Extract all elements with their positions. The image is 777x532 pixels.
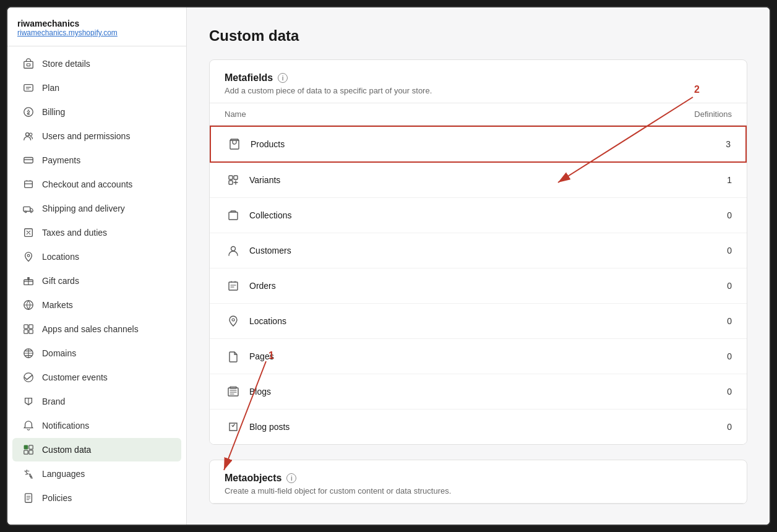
svg-point-3 — [24, 108, 33, 116]
blogs-label: Blogs — [249, 387, 658, 397]
sidebar-item-brand-label: Brand — [42, 397, 171, 406]
shipping-icon — [22, 202, 35, 215]
metafield-row-orders[interactable]: Orders 0 — [210, 268, 747, 304]
sidebar-item-taxes[interactable]: Taxes and duties — [12, 221, 181, 244]
metafield-row-customers[interactable]: Customers 0 — [210, 233, 747, 268]
sidebar-item-checkout-label: Checkout and accounts — [42, 179, 171, 189]
markets-icon — [22, 299, 35, 311]
sidebar-item-payments[interactable]: Payments — [12, 148, 181, 172]
sidebar-item-plan[interactable]: Plan — [12, 76, 181, 100]
svg-rect-0 — [24, 61, 33, 68]
sidebar-item-payments-label: Payments — [42, 155, 171, 165]
sidebar-item-markets[interactable]: Markets — [12, 293, 181, 317]
locations-meta-label: Locations — [249, 316, 658, 326]
svg-rect-6 — [24, 158, 33, 163]
sidebar-item-gift-cards[interactable]: Gift cards — [12, 269, 181, 293]
sidebar-item-plan-label: Plan — [42, 83, 171, 93]
svg-point-20 — [24, 373, 33, 382]
svg-rect-18 — [29, 330, 33, 333]
sidebar-item-notifications[interactable]: Notifications — [12, 414, 181, 437]
svg-rect-26 — [229, 176, 233, 179]
sidebar-item-locations[interactable]: Locations — [12, 245, 181, 268]
sidebar-item-custom-data-label: Custom data — [42, 445, 171, 455]
metafield-row-collections[interactable]: Collections 0 — [210, 198, 747, 233]
sidebar-item-policies-label: Policies — [42, 493, 171, 503]
blogs-count: 0 — [658, 387, 732, 397]
variants-count: 1 — [658, 175, 732, 185]
sidebar-item-customer-events-label: Customer events — [42, 372, 171, 382]
collections-count: 0 — [658, 210, 732, 220]
metafields-description: Add a custom piece of data to a specific… — [225, 86, 732, 95]
checkout-icon — [22, 178, 35, 191]
svg-rect-2 — [24, 85, 33, 92]
sidebar-item-shipping[interactable]: Shipping and delivery — [12, 197, 181, 220]
svg-point-29 — [231, 247, 236, 251]
sidebar-item-languages[interactable]: Languages — [12, 462, 181, 486]
sidebar-item-billing[interactable]: Billing — [12, 100, 181, 124]
metafield-row-blog-posts[interactable]: Blog posts 0 — [210, 410, 747, 444]
sidebar-item-users[interactable]: Users and permissions — [12, 124, 181, 148]
store-url[interactable]: riwamechanics.myshopify.com — [17, 28, 176, 37]
svg-rect-30 — [229, 282, 238, 290]
users-icon — [22, 130, 35, 142]
sidebar-item-users-label: Users and permissions — [42, 131, 171, 141]
app-window: riwamechanics riwamechanics.myshopify.co… — [6, 6, 771, 526]
customers-count: 0 — [658, 246, 732, 255]
svg-point-9 — [25, 211, 27, 213]
svg-rect-17 — [24, 330, 28, 333]
gift-icon — [22, 275, 35, 287]
orders-count: 0 — [658, 281, 732, 291]
collections-icon — [225, 207, 242, 224]
metaobjects-title: Metaobjects i — [225, 473, 732, 484]
payments-icon — [22, 154, 35, 166]
sidebar-item-taxes-label: Taxes and duties — [42, 228, 171, 238]
metafield-row-products[interactable]: Products 3 — [210, 126, 747, 163]
orders-label: Orders — [249, 281, 658, 291]
metafield-row-variants[interactable]: Variants 1 — [210, 163, 747, 198]
blog-posts-icon — [225, 418, 242, 435]
variants-label: Variants — [249, 175, 658, 185]
sidebar-item-brand[interactable]: Brand — [12, 390, 181, 413]
svg-point-31 — [232, 319, 234, 321]
svg-rect-8 — [24, 207, 30, 211]
metafield-row-locations[interactable]: Locations 0 — [210, 304, 747, 339]
sidebar-item-custom-data[interactable]: Custom data — [12, 438, 181, 461]
sidebar-item-apps-label: Apps and sales channels — [42, 324, 171, 334]
metafield-row-pages[interactable]: Pages 0 — [210, 339, 747, 374]
svg-rect-23 — [24, 450, 28, 454]
sidebar-item-store-details[interactable]: Store details — [12, 52, 181, 75]
svg-rect-16 — [29, 325, 33, 328]
pages-label: Pages — [249, 351, 658, 361]
metaobjects-description: Create a multi-field object for custom c… — [225, 486, 732, 496]
brand-icon — [22, 395, 35, 408]
svg-point-10 — [30, 211, 32, 213]
sidebar-item-domains[interactable]: Domains — [12, 341, 181, 365]
svg-rect-24 — [29, 450, 33, 454]
metafields-card: Metafields i Add a custom piece of data … — [209, 59, 747, 445]
policies-icon — [22, 492, 35, 504]
metaobjects-info-icon[interactable]: i — [286, 473, 296, 483]
sidebar-item-apps[interactable]: Apps and sales channels — [12, 317, 181, 341]
sidebar-item-policies[interactable]: Policies — [12, 486, 181, 510]
svg-rect-22 — [29, 445, 33, 449]
metafields-info-icon[interactable]: i — [278, 73, 288, 83]
store-icon — [22, 58, 35, 70]
metafield-row-blogs[interactable]: Blogs 0 — [210, 374, 747, 410]
plan-icon — [22, 82, 35, 94]
svg-point-5 — [29, 133, 32, 136]
sidebar-item-notifications-label: Notifications — [42, 421, 171, 431]
customers-icon — [225, 242, 242, 259]
sidebar-item-customer-events[interactable]: Customer events — [12, 366, 181, 389]
sidebar-item-checkout[interactable]: Checkout and accounts — [12, 173, 181, 196]
pages-count: 0 — [658, 351, 732, 361]
metafields-header: Metafields i Add a custom piece of data … — [210, 60, 747, 103]
orders-icon — [225, 277, 242, 294]
sidebar-item-store-details-label: Store details — [42, 59, 171, 69]
taxes-icon — [22, 226, 35, 239]
svg-point-12 — [27, 254, 30, 257]
sidebar-item-languages-label: Languages — [42, 469, 171, 479]
col-name-header: Name — [225, 109, 658, 119]
billing-icon — [22, 106, 35, 118]
languages-icon — [22, 468, 35, 480]
metafields-title: Metafields i — [225, 72, 732, 84]
